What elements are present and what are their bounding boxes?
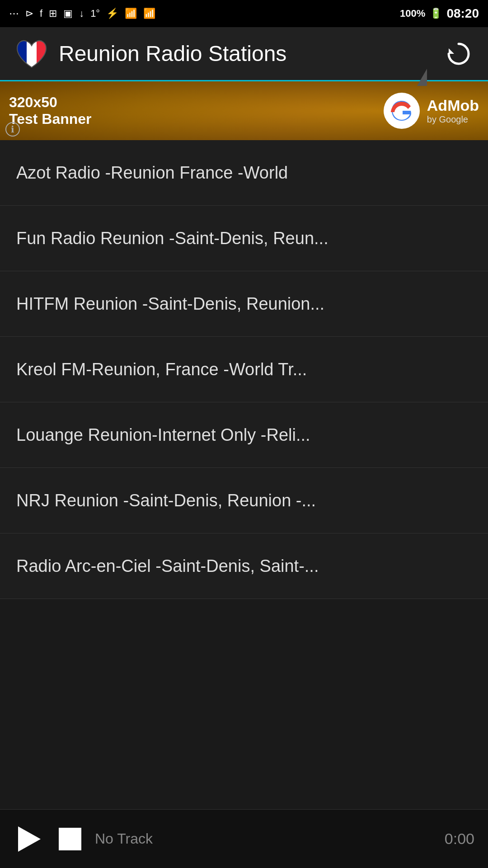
radio-station-item-6[interactable]: NRJ Reunion -Saint-Denis, Reunion -...: [0, 468, 488, 533]
time-display: 0:00: [445, 830, 474, 848]
station-name-3: HITFM Reunion -Saint-Denis, Reunion...: [16, 294, 324, 314]
admob-logo: [384, 93, 420, 129]
menu-icon: ⋯: [9, 8, 19, 19]
image-icon: ▣: [63, 8, 73, 19]
app-bar-left: Reunion Radio Stations: [14, 36, 286, 72]
admob-by-google: by Google: [427, 114, 479, 125]
play-button[interactable]: [14, 823, 45, 855]
player-controls: [14, 823, 81, 855]
battery-icon: 🔋: [430, 8, 442, 19]
ad-info-icon[interactable]: ℹ: [5, 122, 20, 137]
radio-station-item-3[interactable]: HITFM Reunion -Saint-Denis, Reunion...: [0, 271, 488, 337]
admob-brand: AdMob: [427, 97, 479, 114]
status-right: 100% 🔋 08:20: [400, 6, 479, 21]
signal-triangle: [417, 69, 427, 86]
radio-station-item-4[interactable]: Kreol FM-Reunion, France -World Tr...: [0, 337, 488, 402]
bottom-player: No Track 0:00: [0, 809, 488, 868]
svg-marker-3: [449, 48, 454, 54]
app-title: Reunion Radio Stations: [59, 41, 286, 66]
refresh-button[interactable]: [443, 38, 474, 70]
status-icons-left: ⋯ ⊳ f ⊞ ▣ ↓ 1° ⚡ 📶 📶: [9, 8, 155, 19]
svg-rect-1: [27, 39, 37, 69]
number-icon: 1°: [90, 8, 100, 19]
clock: 08:20: [446, 6, 479, 21]
radio-station-item-1[interactable]: Azot Radio -Reunion France -World: [0, 140, 488, 206]
refresh-icon: [445, 40, 472, 67]
wifi-icon: 📶: [125, 8, 137, 19]
app-logo: [14, 36, 50, 72]
battery-text: 100%: [400, 8, 425, 19]
ad-banner[interactable]: 320x50 Test Banner AdMob by Google ℹ: [0, 81, 488, 140]
ad-banner-label: Test Banner: [9, 111, 92, 127]
station-name-4: Kreol FM-Reunion, France -World Tr...: [16, 360, 307, 379]
ad-text-left: 320x50 Test Banner: [9, 94, 92, 127]
status-bar: ⋯ ⊳ f ⊞ ▣ ↓ 1° ⚡ 📶 📶 100% 🔋 08:20: [0, 0, 488, 27]
radio-station-item-2[interactable]: Fun Radio Reunion -Saint-Denis, Reun...: [0, 206, 488, 271]
facebook-icon: f: [40, 8, 42, 19]
play-icon: [18, 826, 41, 852]
station-name-2: Fun Radio Reunion -Saint-Denis, Reun...: [16, 229, 328, 248]
eq-section: Kreol FM-Reunion, France -World Tr... Lo…: [0, 337, 488, 599]
bookmark-icon: ⊳: [25, 8, 33, 19]
no-track-label: No Track: [81, 830, 445, 847]
radio-station-item-7[interactable]: Radio Arc-en-Ciel -Saint-Denis, Saint-..…: [0, 533, 488, 599]
app-bar: Reunion Radio Stations: [0, 27, 488, 81]
signal-icon: 📶: [143, 8, 155, 19]
radio-station-item-5[interactable]: Louange Reunion-Internet Only -Reli...: [0, 402, 488, 468]
station-name-7: Radio Arc-en-Ciel -Saint-Denis, Saint-..…: [16, 557, 319, 576]
admob-text-block: AdMob by Google: [427, 97, 479, 125]
bluetooth-icon: ⚡: [106, 8, 118, 19]
ad-right: AdMob by Google: [384, 93, 479, 129]
station-name-5: Louange Reunion-Internet Only -Reli...: [16, 425, 310, 445]
download-icon: ↓: [79, 8, 84, 19]
ad-size-label: 320x50: [9, 94, 92, 111]
stop-button[interactable]: [59, 828, 81, 850]
station-name-6: NRJ Reunion -Saint-Denis, Reunion -...: [16, 491, 316, 510]
grid-icon: ⊞: [49, 8, 57, 19]
station-name-1: Azot Radio -Reunion France -World: [16, 163, 288, 183]
radio-station-list: Azot Radio -Reunion France -World Fun Ra…: [0, 140, 488, 599]
